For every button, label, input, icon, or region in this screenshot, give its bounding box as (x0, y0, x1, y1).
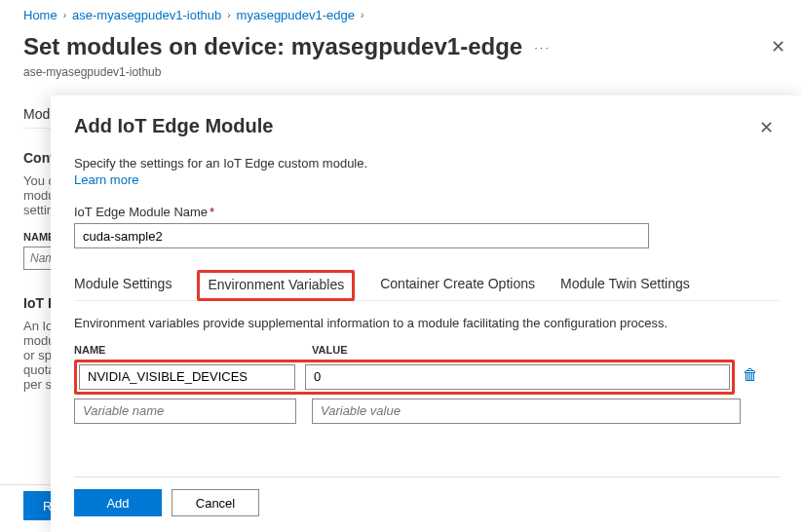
panel-description: Specify the settings for an IoT Edge cus… (74, 156, 780, 171)
close-icon[interactable]: ✕ (753, 115, 780, 140)
env-value-input[interactable] (305, 364, 730, 390)
panel-title: Add IoT Edge Module (74, 115, 273, 137)
page-title: Set modules on device: myasegpudev1-edge (23, 33, 522, 60)
env-name-input[interactable] (74, 399, 296, 424)
breadcrumb: Home › ase-myasegpudev1-iothub › myasegp… (23, 8, 793, 22)
page-subtitle: ase-myasegpudev1-iothub (23, 65, 793, 79)
breadcrumb-iothub[interactable]: ase-myasegpudev1-iothub (72, 8, 221, 22)
chevron-right-icon: › (63, 10, 66, 20)
env-row-new (74, 399, 780, 424)
chevron-right-icon: › (227, 10, 230, 20)
more-actions-button[interactable]: ··· (534, 40, 551, 55)
tab-environment-variables[interactable]: Environment Variables (197, 270, 355, 301)
panel-tabs: Module Settings Environment Variables Co… (74, 270, 780, 301)
tab-module-twin-settings[interactable]: Module Twin Settings (560, 270, 690, 300)
cancel-button[interactable]: Cancel (172, 489, 259, 516)
env-name-input[interactable] (79, 364, 295, 390)
column-value-header: VALUE (312, 344, 741, 356)
tab-container-create-options[interactable]: Container Create Options (380, 270, 535, 300)
tab-modules[interactable]: Mod (23, 100, 50, 128)
add-module-panel: Add IoT Edge Module ✕ Specify the settin… (51, 95, 803, 532)
column-name-header: NAME (74, 344, 296, 356)
learn-more-link[interactable]: Learn more (74, 172, 780, 187)
module-name-input[interactable] (74, 223, 649, 248)
close-icon[interactable]: ✕ (763, 32, 793, 61)
breadcrumb-device[interactable]: myasegpudev1-edge (237, 8, 355, 22)
add-button[interactable]: Add (74, 489, 162, 516)
env-description: Environment variables provide supplement… (74, 315, 756, 332)
required-asterisk: * (210, 205, 214, 219)
tab-module-settings[interactable]: Module Settings (74, 270, 172, 300)
breadcrumb-home[interactable]: Home (23, 8, 57, 22)
trash-icon[interactable]: 🗑 (743, 366, 758, 384)
chevron-right-icon: › (361, 10, 363, 20)
env-value-input[interactable] (312, 399, 741, 424)
env-row (74, 360, 735, 395)
module-name-label: IoT Edge Module Name* (74, 205, 780, 219)
